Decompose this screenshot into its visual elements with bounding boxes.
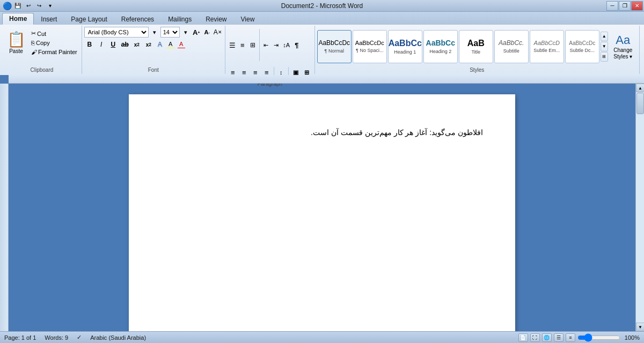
- style-heading1[interactable]: AaBbCc Heading 1: [388, 30, 422, 63]
- style-heading2[interactable]: AaBbCc Heading 2: [423, 30, 458, 63]
- decrease-indent-btn[interactable]: ⇤: [261, 40, 271, 50]
- styles-scroll-up-btn[interactable]: ▲: [601, 32, 608, 41]
- style-normal[interactable]: AaBbCcDc ¶ Normal: [317, 30, 352, 63]
- change-styles-button[interactable]: Aa ChangeStyles ▾: [609, 32, 637, 61]
- font-family-select[interactable]: Arial (Body CS): [84, 27, 149, 38]
- scroll-thumb[interactable]: [636, 93, 644, 114]
- top-ruler: [9, 75, 644, 84]
- redo-quick-btn[interactable]: ↪: [34, 2, 44, 10]
- style-subtitle-preview: AaBbCc.: [499, 39, 524, 47]
- zoom-slider[interactable]: [577, 335, 620, 340]
- increase-indent-btn[interactable]: ⇥: [272, 40, 281, 50]
- style-subtle-dc-label: Subtle Dc...: [569, 48, 595, 53]
- close-btn[interactable]: ✕: [631, 1, 643, 11]
- tab-review[interactable]: Review: [199, 13, 233, 25]
- italic-button[interactable]: I: [96, 39, 107, 50]
- show-hide-btn[interactable]: ¶: [292, 40, 302, 50]
- undo-quick-btn[interactable]: ↩: [24, 2, 33, 10]
- tab-references[interactable]: References: [114, 13, 161, 25]
- zoom-percentage: 100%: [625, 334, 640, 341]
- style-nospacing[interactable]: AaBbCcDc ¶ No Spaci...: [353, 30, 387, 63]
- style-heading1-preview: AaBbCc: [389, 38, 422, 48]
- paste-icon: 📋: [7, 32, 26, 47]
- tab-home[interactable]: Home: [2, 13, 34, 25]
- bold-button[interactable]: B: [84, 39, 95, 50]
- tab-insert[interactable]: Insert: [34, 13, 64, 25]
- change-styles-icon: Aa: [616, 33, 630, 47]
- grow-font-btn[interactable]: A+: [192, 27, 201, 37]
- left-ruler: [0, 84, 9, 331]
- paste-button[interactable]: 📋 Paste: [4, 27, 28, 59]
- strikethrough-button[interactable]: ab: [120, 39, 130, 50]
- numbering-btn[interactable]: ≡: [238, 40, 247, 50]
- shrink-font-btn[interactable]: A-: [202, 27, 212, 37]
- change-styles-label: ChangeStyles ▾: [613, 47, 632, 60]
- spell-check-icon: ✓: [77, 334, 82, 341]
- customize-quick-btn[interactable]: ▾: [45, 2, 55, 10]
- font-size-select[interactable]: 14: [160, 27, 180, 38]
- bullets-btn[interactable]: ☰: [228, 40, 237, 50]
- tab-view[interactable]: View: [234, 13, 262, 25]
- document-content[interactable]: افلاطون می‌گوید: آغاز هر کار مهم‌ترین قس…: [161, 126, 483, 138]
- minimize-btn[interactable]: ─: [606, 1, 618, 11]
- superscript-button[interactable]: x2: [143, 39, 154, 50]
- font-color-indicator: [178, 48, 185, 48]
- draft-view-btn[interactable]: ≡: [566, 333, 575, 342]
- subscript-button[interactable]: x2: [131, 39, 142, 50]
- style-subtle-emphasis-label: Subtle Em...: [533, 48, 560, 53]
- format-painter-button[interactable]: 🖌 Format Painter: [29, 48, 79, 56]
- font-size-dropdown-btn[interactable]: ▾: [181, 27, 191, 37]
- scroll-up-btn[interactable]: ▲: [636, 84, 644, 92]
- clear-format-btn[interactable]: A✕: [213, 27, 223, 37]
- style-title[interactable]: AaB Title: [459, 30, 493, 63]
- styles-scroll-buttons: ▲ ▼ ⊞: [601, 32, 608, 62]
- cut-button[interactable]: ✂ Cut: [29, 29, 79, 38]
- styles-gallery: AaBbCcDc ¶ Normal AaBbCcDc ¶ No Spaci...…: [317, 30, 599, 63]
- status-bar: Page: 1 of 1 Words: 9 ✓ Arabic (Saudi Ar…: [0, 331, 644, 343]
- vertical-scrollbar[interactable]: ▲ ▼: [635, 84, 644, 331]
- sort-btn[interactable]: ↕A: [282, 40, 291, 50]
- styles-expand-btn[interactable]: ⊞: [601, 52, 608, 62]
- underline-button[interactable]: U: [108, 39, 119, 50]
- find-button[interactable]: 🔍 Find ▾: [642, 27, 644, 37]
- style-subtle-dc-preview: AaBbCcDc: [569, 40, 595, 47]
- font-group: Arial (Body CS) ▾ 14 ▾ A+ A- A✕ B I U ab: [82, 26, 225, 74]
- tab-mailings[interactable]: Mailings: [161, 13, 199, 25]
- doc-area: افلاطون می‌گوید: آغاز هر کار مهم‌ترین قس…: [0, 75, 644, 331]
- main-area: افلاطون می‌گوید: آغاز هر کار مهم‌ترین قس…: [0, 75, 644, 331]
- word-icon: 🔵: [2, 2, 12, 10]
- scroll-track[interactable]: [636, 92, 644, 323]
- style-heading2-label: Heading 2: [429, 49, 451, 54]
- text-effects-btn[interactable]: A: [155, 40, 165, 49]
- font-dropdown-btn[interactable]: ▾: [150, 27, 159, 37]
- font-controls: Arial (Body CS) ▾ 14 ▾ A+ A- A✕ B I U ab: [84, 27, 223, 50]
- highlight-color-btn[interactable]: A: [166, 40, 175, 49]
- select-button[interactable]: ▦ Select =: [642, 50, 644, 61]
- style-subtle-dc[interactable]: AaBbCcDc Subtle Dc...: [565, 30, 599, 63]
- fullscreen-view-btn[interactable]: ⛶: [530, 333, 540, 342]
- style-nospacing-preview: AaBbCcDc: [355, 40, 384, 47]
- document-page[interactable]: افلاطون می‌گوید: آغاز هر کار مهم‌ترین قس…: [129, 94, 515, 331]
- copy-button[interactable]: ⎘ Copy: [29, 39, 79, 47]
- clipboard-label: Clipboard: [30, 66, 53, 73]
- outline-view-btn[interactable]: ☰: [554, 333, 564, 342]
- style-normal-label: ¶ Normal: [325, 48, 344, 54]
- styles-scroll-down-btn[interactable]: ▼: [601, 42, 608, 51]
- style-normal-preview: AaBbCcDc: [318, 39, 350, 47]
- web-view-btn[interactable]: 🌐: [542, 333, 552, 342]
- style-title-label: Title: [471, 49, 480, 55]
- restore-btn[interactable]: ❐: [619, 1, 631, 11]
- replace-button[interactable]: ⇄ Replace: [642, 39, 644, 49]
- font-color-btn[interactable]: A: [177, 40, 186, 49]
- scroll-down-btn[interactable]: ▼: [636, 323, 644, 331]
- window-title: Document2 - Microsoft Word: [281, 2, 363, 10]
- style-subtitle[interactable]: AaBbCc. Subtitle: [494, 30, 529, 63]
- style-subtle-emphasis[interactable]: AaBbCcD Subtle Em...: [530, 30, 564, 63]
- paragraph-group: ☰ ≡ ⊞ ⇤ ⇥ ↕A ¶ ≡ ≡ ≡ ≡ ↕ ▣: [225, 26, 315, 74]
- style-nospacing-label: ¶ No Spaci...: [356, 48, 383, 53]
- font-group-label: Font: [148, 66, 159, 73]
- save-quick-btn[interactable]: 💾: [13, 2, 23, 10]
- tab-page-layout[interactable]: Page Layout: [64, 13, 114, 25]
- multilevel-btn[interactable]: ⊞: [248, 40, 258, 50]
- print-view-btn[interactable]: 📄: [518, 333, 528, 342]
